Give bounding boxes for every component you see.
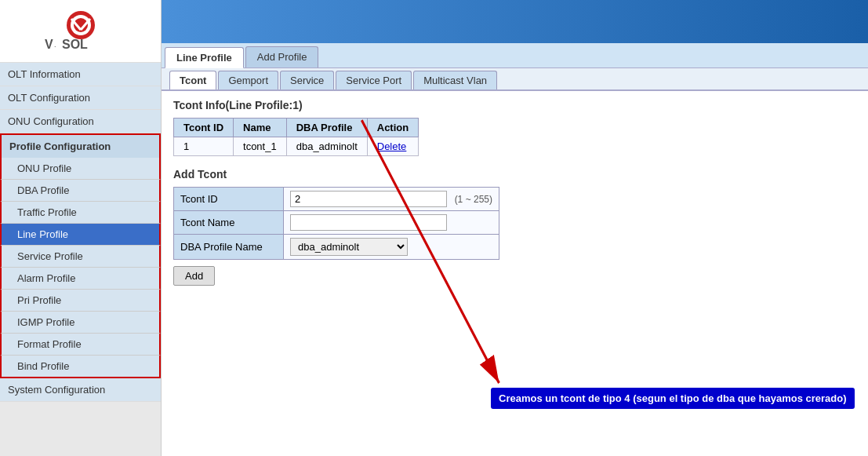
tcont-info-table: Tcont ID Name DBA Profile Action 1 tcont…	[173, 118, 419, 156]
cell-dba-profile: dba_adminolt	[286, 137, 367, 156]
sidebar-nav: OLT InformationOLT ConfigurationONU Conf…	[0, 63, 161, 402]
add-tcont-form: Tcont ID (1 ~ 255) Tcont Name DBA Profil…	[173, 187, 499, 260]
sub-tab-gemport[interactable]: Gemport	[218, 71, 278, 89]
tcont-id-input[interactable]	[290, 191, 447, 207]
sub-tab-service-port[interactable]: Service Port	[336, 71, 412, 89]
svg-text:·: ·	[54, 42, 56, 50]
delete-link[interactable]: Delete	[377, 140, 407, 152]
tcont-info-title: Tcont Info(Line Profile:1)	[173, 99, 856, 111]
vsol-logo: V · SOL	[34, 8, 128, 55]
tcont-id-label: Tcont ID	[174, 188, 284, 211]
content-area: Tcont Info(Line Profile:1) Tcont ID Name…	[162, 91, 868, 456]
cell-action: Delete	[367, 137, 418, 156]
tab-line-profile[interactable]: Line Profile	[165, 47, 244, 68]
sidebar: V · SOL OLT InformationOLT Configuration…	[0, 0, 162, 456]
tcont-id-row: Tcont ID (1 ~ 255)	[174, 188, 499, 211]
annotation-box: Creamos un tcont de tipo 4 (segun el tip…	[491, 388, 855, 409]
sidebar-item-line-profile[interactable]: Line Profile	[0, 224, 161, 246]
top-banner	[162, 0, 868, 43]
sidebar-item-olt-configuration[interactable]: OLT Configuration	[0, 86, 161, 110]
sidebar-item-service-profile[interactable]: Service Profile	[0, 246, 161, 268]
tab-add-profile[interactable]: Add Profile	[245, 46, 319, 67]
dba-profile-name-select[interactable]: dba_adminolt	[290, 238, 408, 256]
dba-profile-name-label: DBA Profile Name	[174, 235, 284, 260]
main-content: Line Profile Add Profile Tcont Gemport S…	[162, 0, 868, 456]
sub-tab-service[interactable]: Service	[280, 71, 334, 89]
sidebar-item-system-configuration[interactable]: System Configuration	[0, 378, 161, 402]
cell-tcont-id: 1	[174, 137, 234, 156]
tcont-table-body: 1 tcont_1 dba_adminolt Delete	[174, 137, 419, 156]
sidebar-item-traffic-profile[interactable]: Traffic Profile	[0, 202, 161, 224]
tcont-id-hint: (1 ~ 255)	[455, 194, 492, 205]
dba-profile-name-cell: dba_adminolt	[284, 235, 499, 260]
sub-tab-bar: Tcont Gemport Service Service Port Multi…	[162, 68, 868, 91]
cell-name: tcont_1	[234, 137, 287, 156]
main-tab-bar: Line Profile Add Profile	[162, 43, 868, 68]
add-tcont-title: Add Tcont	[173, 168, 856, 181]
svg-text:V: V	[45, 38, 54, 51]
dba-profile-name-row: DBA Profile Name dba_adminolt	[174, 235, 499, 260]
sub-tab-tcont[interactable]: Tcont	[169, 71, 216, 89]
tcont-name-label: Tcont Name	[174, 211, 284, 235]
sidebar-item-bind-profile[interactable]: Bind Profile	[0, 356, 161, 378]
col-name: Name	[234, 119, 287, 137]
sidebar-item-dba-profile[interactable]: DBA Profile	[0, 180, 161, 202]
add-tcont-button[interactable]: Add	[173, 266, 215, 286]
col-action: Action	[367, 119, 418, 137]
tcont-name-cell	[284, 211, 499, 235]
tcont-id-cell: (1 ~ 255)	[284, 188, 499, 211]
sidebar-item-onu-profile[interactable]: ONU Profile	[0, 158, 161, 180]
col-dba-profile: DBA Profile	[286, 119, 367, 137]
table-row: 1 tcont_1 dba_adminolt Delete	[174, 137, 419, 156]
col-tcont-id: Tcont ID	[174, 119, 234, 137]
sidebar-item-onu-configuration[interactable]: ONU Configuration	[0, 110, 161, 133]
sidebar-item-pri-profile[interactable]: Pri Profile	[0, 290, 161, 312]
sidebar-item-alarm-profile[interactable]: Alarm Profile	[0, 268, 161, 290]
sidebar-item-format-profile[interactable]: Format Profile	[0, 334, 161, 356]
sidebar-item-profile-configuration: Profile Configuration	[0, 133, 161, 158]
tcont-name-input[interactable]	[290, 214, 447, 231]
sidebar-item-igmp-profile[interactable]: IGMP Profile	[0, 312, 161, 334]
sidebar-item-olt-information[interactable]: OLT Information	[0, 63, 161, 86]
sub-tab-multicast-vlan[interactable]: Multicast Vlan	[413, 71, 497, 89]
logo-area: V · SOL	[0, 0, 161, 63]
tcont-name-row: Tcont Name	[174, 211, 499, 235]
svg-text:SOL: SOL	[62, 38, 88, 51]
